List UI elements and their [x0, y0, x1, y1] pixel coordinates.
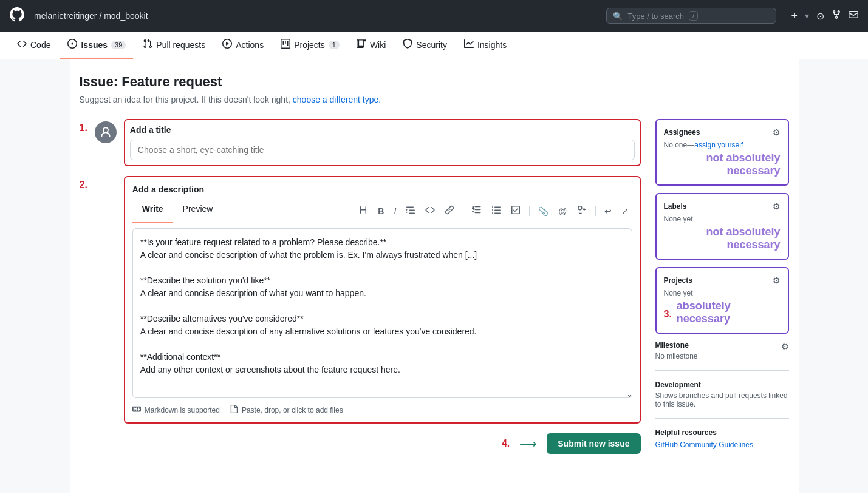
toolbar-fullscreen-btn[interactable]: ⤢	[618, 204, 632, 218]
nav-code[interactable]: Code	[10, 32, 58, 59]
projects-section: Projects ⚙ None yet 3. absolutely necess…	[655, 267, 789, 334]
projects-icon	[281, 39, 290, 50]
labels-not-necessary: not absolutely necessary	[664, 226, 781, 251]
toolbar-quote-btn[interactable]	[402, 203, 419, 219]
toolbar-heading-btn[interactable]	[355, 203, 372, 219]
title-label: Add a title	[130, 125, 635, 135]
arrow-icon: ⟶	[519, 436, 537, 451]
toolbar-separator-3	[595, 206, 596, 216]
development-section: Development Shows branches and pull requ…	[655, 380, 789, 419]
issue-header: Issue: Feature request Suggest an idea f…	[80, 74, 789, 104]
toolbar-link-btn[interactable]	[441, 203, 458, 219]
assign-yourself-link[interactable]: assign yourself	[694, 141, 743, 149]
title-field-wrapper: Add a title	[124, 119, 641, 166]
step1-number: 1.	[80, 123, 87, 134]
nav-pull-requests[interactable]: Pull requests	[135, 32, 213, 59]
repo-owner-link[interactable]: melanietreitinger	[34, 11, 97, 21]
markdown-icon	[132, 405, 141, 415]
nav-issues[interactable]: Issues 39	[60, 32, 133, 59]
milestone-gear-icon[interactable]: ⚙	[781, 342, 789, 351]
issue-form-container: 1. Add a title 2. Add a description Writ…	[80, 119, 789, 454]
global-header: melanietreitinger / mod_bookit 🔍 Type / …	[0, 0, 868, 32]
plus-icon[interactable]: +	[791, 10, 798, 22]
search-shortcut: /	[689, 11, 698, 21]
desc-field-wrapper: Add a description Write Preview B I	[124, 176, 641, 424]
labels-gear-icon[interactable]: ⚙	[773, 201, 781, 211]
wiki-icon	[357, 39, 366, 50]
toolbar-separator-2	[529, 206, 530, 216]
actions-icon	[222, 39, 232, 50]
toolbar-ordered-list-btn[interactable]	[468, 203, 485, 219]
development-value: Shows branches and pull requests linked …	[655, 391, 789, 408]
editor-footer: Markdown is supported Paste, drop, or cl…	[132, 405, 632, 415]
toolbar-unordered-list-btn[interactable]	[488, 203, 505, 219]
repo-path: melanietreitinger / mod_bookit	[34, 11, 148, 21]
notifications-icon[interactable]: ⊙	[816, 10, 824, 22]
community-guidelines-link[interactable]: GitHub Community Guidelines	[655, 441, 753, 449]
title-step-row: 1. Add a title	[80, 119, 641, 166]
milestone-title: Milestone	[655, 341, 689, 350]
milestone-value: No milestone	[655, 352, 789, 360]
nav-security[interactable]: Security	[395, 32, 454, 59]
projects-title: Projects	[664, 276, 692, 285]
markdown-note: Markdown is supported	[132, 405, 220, 415]
code-icon	[17, 39, 27, 50]
projects-gear-icon[interactable]: ⚙	[773, 276, 781, 285]
search-bar[interactable]: 🔍 Type / to search /	[606, 8, 776, 24]
issues-badge: 39	[111, 41, 126, 49]
submit-row: 4. ⟶ Submit new issue	[80, 433, 641, 454]
issue-title: Issue: Feature request	[80, 74, 789, 90]
toolbar-code-btn[interactable]	[422, 203, 439, 219]
projects-header: Projects ⚙	[664, 276, 781, 285]
toolbar-italic-btn[interactable]: I	[390, 204, 400, 218]
toolbar-undo-btn[interactable]: ↩	[601, 204, 615, 218]
labels-section: Labels ⚙ None yet not absolutely necessa…	[655, 193, 789, 260]
plus-dropdown-icon[interactable]: ▾	[805, 11, 809, 21]
nav-insights-label: Insights	[477, 40, 507, 50]
nav-projects-label: Projects	[294, 40, 325, 50]
step3-sidebar-number: 3.	[664, 309, 672, 320]
toolbar-bold-btn[interactable]: B	[374, 204, 388, 218]
assignees-title: Assignees	[664, 128, 700, 137]
page-footer: ⓘ Remember, contributions to this reposi…	[0, 493, 868, 497]
assignees-gear-icon[interactable]: ⚙	[773, 127, 781, 137]
preview-tab[interactable]: Preview	[173, 199, 223, 223]
write-tab[interactable]: Write	[132, 199, 173, 223]
main-content: Issue: Feature request Suggest an idea f…	[70, 59, 799, 493]
nav-code-label: Code	[30, 40, 50, 50]
github-logo[interactable]	[10, 7, 24, 25]
nav-issues-label: Issues	[81, 40, 108, 50]
nav-pr-label: Pull requests	[156, 40, 205, 50]
toolbar-tasklist-btn[interactable]	[507, 203, 524, 219]
nav-wiki[interactable]: Wiki	[349, 32, 393, 59]
inbox-icon[interactable]	[849, 10, 858, 22]
toolbar-attach-btn[interactable]: 📎	[535, 204, 552, 218]
step4-number: 4.	[502, 438, 510, 449]
editor-tabs: Write Preview B I	[132, 199, 632, 223]
nav-insights[interactable]: Insights	[457, 32, 514, 59]
nav-projects[interactable]: Projects 1	[273, 32, 347, 59]
assignees-header: Assignees ⚙	[664, 127, 781, 137]
step2-number: 2.	[80, 180, 87, 191]
labels-header: Labels ⚙	[664, 201, 781, 211]
security-icon	[403, 39, 412, 50]
issue-subtitle: Suggest an idea for this project. If thi…	[80, 95, 789, 104]
repo-name-link[interactable]: mod_bookit	[104, 11, 148, 21]
nav-security-label: Security	[416, 40, 447, 50]
title-input[interactable]	[130, 140, 635, 160]
toolbar-separator-1	[463, 206, 463, 216]
choose-type-link[interactable]: choose a different type.	[293, 95, 381, 104]
labels-value: None yet	[664, 215, 781, 223]
fork-icon[interactable]	[832, 10, 841, 22]
desc-textarea[interactable]: **Is your feature request related to a p…	[132, 228, 632, 398]
toolbar-crossref-btn[interactable]	[573, 203, 590, 219]
issue-sidebar: Assignees ⚙ No one—assign yourself not a…	[655, 119, 789, 454]
desc-label: Add a description	[132, 184, 632, 194]
nav-actions[interactable]: Actions	[215, 32, 271, 59]
toolbar-mention-btn[interactable]: @	[555, 204, 570, 218]
header-actions: + ▾ ⊙	[791, 10, 858, 22]
submit-new-issue-button[interactable]: Submit new issue	[547, 433, 640, 454]
insights-icon	[464, 39, 474, 50]
file-upload-area[interactable]: Paste, drop, or click to add files	[230, 405, 343, 415]
file-icon	[230, 405, 238, 415]
